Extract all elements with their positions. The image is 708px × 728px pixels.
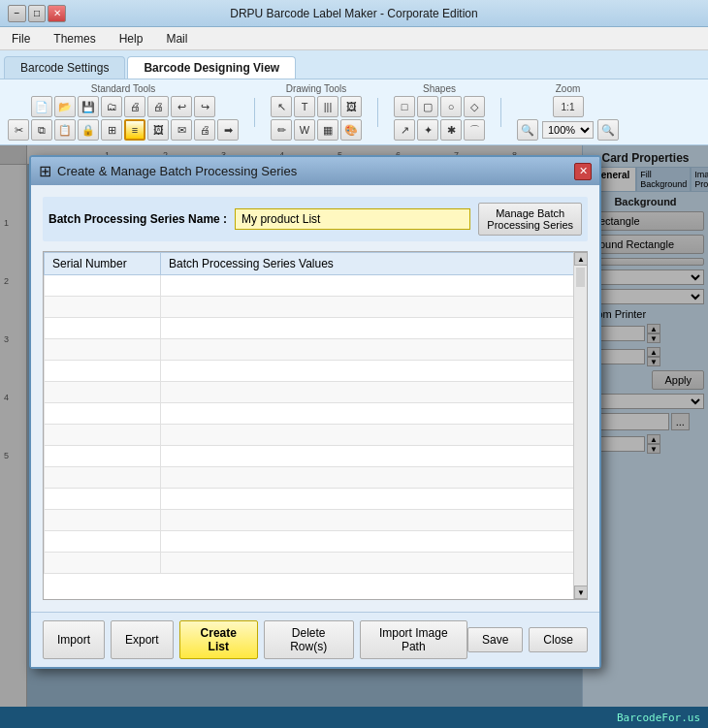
title-bar: − □ ✕ DRPU Barcode Label Maker - Corpora…	[0, 0, 708, 27]
tab-barcode-designing[interactable]: Barcode Designing View	[127, 56, 296, 79]
text-tool[interactable]: T	[294, 96, 315, 117]
standard-tools-label: Standard Tools	[91, 83, 156, 94]
menu-themes[interactable]: Themes	[49, 30, 99, 47]
burst-tool[interactable]: ✱	[440, 119, 462, 141]
data-table: Serial Number Batch Processing Series Va…	[44, 252, 587, 574]
cell-value	[161, 531, 587, 553]
menu-mail[interactable]: Mail	[162, 30, 191, 47]
table-scrollbar[interactable]: ▲ ▼	[573, 252, 587, 599]
maximize-button[interactable]: □	[28, 5, 47, 22]
footer-left-buttons: Import Export Create List Delete Row(s) …	[43, 620, 467, 659]
rect-tool[interactable]: □	[394, 96, 415, 117]
shapes-label: Shapes	[423, 83, 456, 94]
cell-value	[161, 275, 587, 297]
export-button[interactable]: Export	[111, 620, 174, 659]
cell-value	[161, 510, 587, 531]
grid-button[interactable]: ⊞	[101, 119, 122, 141]
export-button[interactable]: ➡	[217, 119, 239, 141]
table-row	[45, 489, 587, 510]
shapes-buttons: □ ▢ ○ ◇	[394, 96, 485, 117]
undo-button[interactable]: ↩	[171, 96, 192, 117]
scroll-up-arrow[interactable]: ▲	[574, 252, 588, 266]
close-modal-button[interactable]: Close	[529, 627, 588, 652]
import-image-path-button[interactable]: Import Image Path	[360, 620, 467, 659]
cell-serial	[45, 297, 161, 318]
image-tool[interactable]: 🖼	[340, 96, 362, 117]
footer-right-buttons: Save Close	[467, 627, 588, 652]
new-button[interactable]: 📄	[31, 96, 52, 117]
draw2-btn3[interactable]: ▦	[317, 119, 338, 141]
zoom-out-button[interactable]: 🔍	[517, 119, 538, 141]
open-button[interactable]: 📂	[54, 96, 76, 117]
menu-file[interactable]: File	[8, 30, 34, 47]
image-button[interactable]: 🖼	[147, 119, 169, 141]
table-row	[45, 382, 587, 403]
table-row	[45, 297, 587, 318]
select-tool[interactable]: ↖	[271, 96, 292, 117]
create-list-button[interactable]: Create List	[179, 620, 258, 659]
arc-tool[interactable]: ⌒	[464, 119, 485, 141]
draw2-btn2[interactable]: W	[294, 119, 315, 141]
cell-value	[161, 467, 587, 489]
modal-body: Batch Processing Series Name : Manage Ba…	[31, 185, 599, 612]
batch-button[interactable]: ≡	[124, 119, 145, 141]
status-text: BarcodeFor.us	[617, 712, 700, 724]
paste-button[interactable]: 📋	[54, 119, 76, 141]
cell-serial	[45, 403, 161, 425]
save-button[interactable]: Save	[467, 627, 523, 652]
standard-tool-buttons: 📄 📂 💾 🗂 🖨 🖨 ↩ ↪	[31, 96, 215, 117]
copy-button[interactable]: ⧉	[31, 119, 52, 141]
mail-button[interactable]: ✉	[171, 119, 192, 141]
arrow-tool[interactable]: ↗	[394, 119, 415, 141]
scroll-thumb[interactable]	[576, 268, 585, 287]
manage-batch-button[interactable]: Manage Batch Processing Series	[478, 203, 582, 236]
print-preview-button[interactable]: 🖨	[124, 96, 145, 117]
table-row	[45, 318, 587, 339]
cut-button[interactable]: ✂	[8, 119, 29, 141]
ellipse-tool[interactable]: ○	[440, 96, 462, 117]
table-row	[45, 446, 587, 467]
print-button[interactable]: 🖨	[147, 96, 169, 117]
draw2-btn4[interactable]: 🎨	[340, 119, 362, 141]
zoom-ratio-display: 1:1	[553, 96, 584, 117]
drawing-tools-section: Drawing Tools ↖ T ||| 🖼 ✏ W ▦ 🎨	[271, 83, 362, 141]
series-name-label: Batch Processing Series Name :	[48, 212, 227, 226]
tab-barcode-settings[interactable]: Barcode Settings	[4, 56, 125, 79]
modal-close-button[interactable]: ✕	[574, 163, 592, 180]
cell-serial	[45, 275, 161, 297]
sep2	[377, 98, 378, 127]
scroll-down-arrow[interactable]: ▼	[574, 586, 588, 599]
table-row	[45, 361, 587, 382]
delete-rows-button[interactable]: Delete Row(s)	[264, 620, 354, 659]
zoom-in-button[interactable]: 🔍	[597, 119, 619, 141]
modal-footer: Import Export Create List Delete Row(s) …	[31, 612, 599, 667]
redo-button[interactable]: ↪	[194, 96, 215, 117]
diamond-tool[interactable]: ◇	[464, 96, 485, 117]
data-table-container[interactable]: Serial Number Batch Processing Series Va…	[43, 251, 588, 600]
draw2-btn1[interactable]: ✏	[271, 119, 292, 141]
lock-button[interactable]: 🔒	[78, 119, 99, 141]
batch-modal: ⊞ Create & Manage Batch Processing Serie…	[29, 155, 601, 669]
menu-help[interactable]: Help	[115, 30, 147, 47]
drawing-tool-buttons: ↖ T ||| 🖼	[271, 96, 362, 117]
print2-button[interactable]: 🖨	[194, 119, 215, 141]
series-name-input[interactable]	[235, 208, 470, 230]
table-row	[45, 403, 587, 425]
zoom-section: Zoom 1:1 🔍 100% 75% 50% 150% 200% 🔍	[517, 83, 619, 141]
col-values: Batch Processing Series Values	[161, 253, 587, 275]
cell-serial	[45, 339, 161, 361]
main-tab-strip: Barcode Settings Barcode Designing View	[0, 50, 708, 79]
round-rect-tool[interactable]: ▢	[417, 96, 438, 117]
barcode-tool[interactable]: |||	[317, 96, 338, 117]
import-button[interactable]: Import	[43, 620, 105, 659]
save-all-button[interactable]: 🗂	[101, 96, 122, 117]
table-row	[45, 531, 587, 553]
cell-serial	[45, 553, 161, 574]
table-row	[45, 553, 587, 574]
minimize-button[interactable]: −	[8, 5, 26, 22]
save-button[interactable]: 💾	[78, 96, 99, 117]
star-tool[interactable]: ✦	[417, 119, 438, 141]
table-row	[45, 510, 587, 531]
zoom-select[interactable]: 100% 75% 50% 150% 200%	[542, 121, 594, 139]
close-button[interactable]: ✕	[48, 5, 66, 22]
